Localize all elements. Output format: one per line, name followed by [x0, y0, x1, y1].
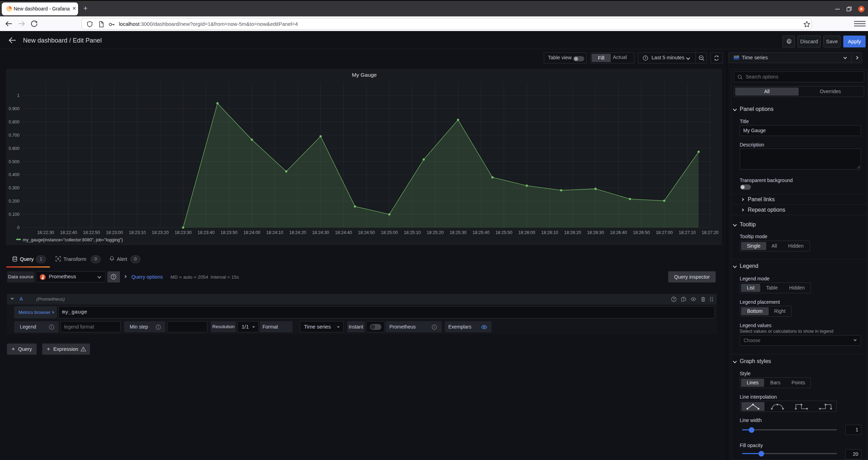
svg-text:18:24:20: 18:24:20: [289, 230, 306, 235]
svg-text:18:26:50: 18:26:50: [633, 230, 650, 235]
svg-text:18:26:30: 18:26:30: [587, 230, 604, 235]
svg-text:18:23:20: 18:23:20: [152, 230, 169, 235]
svg-text:18:25:50: 18:25:50: [495, 230, 512, 235]
svg-text:18:22:50: 18:22:50: [83, 230, 100, 235]
svg-text:18:25:10: 18:25:10: [404, 230, 421, 235]
svg-text:18:24:30: 18:24:30: [312, 230, 329, 235]
svg-text:18:26:20: 18:26:20: [564, 230, 581, 235]
svg-text:18:23:50: 18:23:50: [220, 230, 237, 235]
svg-text:0.200: 0.200: [9, 199, 20, 204]
svg-text:18:25:30: 18:25:30: [450, 230, 467, 235]
svg-text:18:27:20: 18:27:20: [702, 230, 719, 235]
svg-text:18:22:40: 18:22:40: [60, 230, 77, 235]
svg-text:1: 1: [17, 93, 20, 98]
svg-text:18:24:50: 18:24:50: [358, 230, 375, 235]
svg-text:0.900: 0.900: [9, 106, 20, 111]
svg-text:18:26:40: 18:26:40: [610, 230, 627, 235]
svg-text:18:24:00: 18:24:00: [243, 230, 260, 235]
svg-text:18:26:10: 18:26:10: [541, 230, 558, 235]
svg-text:0.500: 0.500: [9, 159, 20, 164]
svg-text:18:24:10: 18:24:10: [266, 230, 283, 235]
svg-text:18:23:40: 18:23:40: [198, 230, 215, 235]
svg-text:18:23:30: 18:23:30: [175, 230, 192, 235]
svg-text:0.800: 0.800: [9, 120, 20, 125]
svg-text:0.100: 0.100: [9, 212, 20, 217]
svg-text:18:25:40: 18:25:40: [472, 230, 489, 235]
svg-text:0.400: 0.400: [9, 172, 20, 177]
svg-text:0.700: 0.700: [9, 133, 20, 138]
svg-text:0.600: 0.600: [9, 146, 20, 151]
svg-text:18:27:00: 18:27:00: [656, 230, 673, 235]
svg-text:0.300: 0.300: [9, 186, 20, 190]
svg-text:0: 0: [17, 225, 20, 230]
svg-text:my_gauge{instance="collector:8: my_gauge{instance="collector:8080", job=…: [23, 237, 123, 242]
svg-text:18:27:10: 18:27:10: [679, 230, 696, 235]
svg-text:18:25:20: 18:25:20: [427, 230, 444, 235]
svg-text:18:23:10: 18:23:10: [129, 230, 146, 235]
svg-text:18:25:00: 18:25:00: [381, 230, 398, 235]
svg-text:18:22:30: 18:22:30: [37, 230, 54, 235]
svg-text:18:24:40: 18:24:40: [335, 230, 352, 235]
svg-text:18:23:00: 18:23:00: [106, 230, 123, 235]
svg-text:18:26:00: 18:26:00: [518, 230, 535, 235]
